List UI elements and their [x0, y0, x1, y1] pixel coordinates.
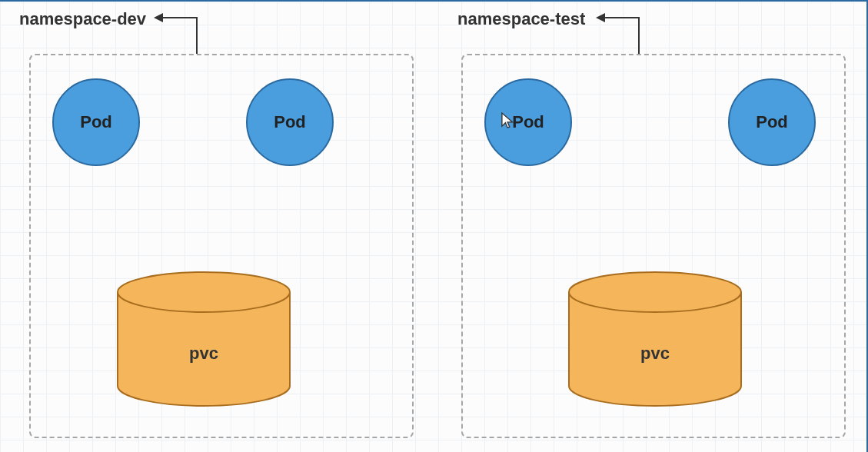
- pvc-cylinder: pvc: [567, 271, 743, 401]
- pod-label: Pod: [512, 112, 544, 132]
- namespace-label-test: namespace-test: [457, 9, 585, 29]
- pod-circle: Pod: [484, 78, 572, 166]
- pod-label: Pod: [274, 112, 306, 132]
- pvc-label: pvc: [567, 344, 743, 364]
- pod-label: Pod: [80, 112, 112, 132]
- pod-circle: Pod: [246, 78, 334, 166]
- diagram-canvas: namespace-dev Pod Pod pvc namespace-test: [0, 0, 868, 452]
- pod-circle: Pod: [52, 78, 140, 166]
- svg-point-4: [118, 272, 290, 312]
- namespace-box-dev: Pod Pod pvc: [29, 54, 414, 438]
- namespace-box-test: Pod Pod pvc: [461, 54, 846, 438]
- pod-label: Pod: [756, 112, 788, 132]
- pod-circle: Pod: [728, 78, 816, 166]
- namespace-label-dev: namespace-dev: [19, 9, 146, 29]
- pvc-cylinder: pvc: [115, 271, 292, 401]
- pvc-label: pvc: [115, 344, 292, 364]
- svg-point-9: [569, 272, 741, 312]
